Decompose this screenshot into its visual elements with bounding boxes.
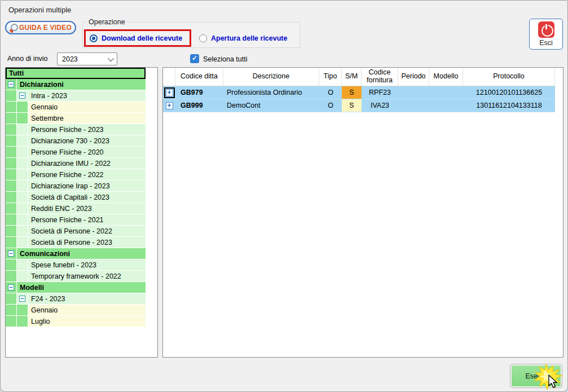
tree-item[interactable]: Luglio: [6, 316, 146, 327]
tree-item[interactable]: −Comunicazioni: [6, 248, 146, 259]
column-header-tipo[interactable]: Tipo: [319, 68, 342, 86]
tree-root-tutti[interactable]: Tutti: [6, 68, 146, 79]
tree-item[interactable]: Settembre: [6, 113, 146, 124]
tree-item[interactable]: Società di Capitali - 2023: [6, 192, 146, 203]
anno-di-invio-value: 2023: [62, 55, 78, 63]
power-exit-icon: [538, 21, 554, 38]
tree-item[interactable]: Persone Fisiche - 2020: [6, 147, 146, 158]
radio-apertura-label: Apertura delle ricevute: [211, 34, 287, 42]
collapse-minus-icon[interactable]: −: [19, 93, 25, 99]
receipts-table-panel: Codice dittaDescrizioneTipoS/MCodice for…: [162, 67, 563, 358]
seleziona-tutti-label: Seleziona tutti: [203, 55, 248, 63]
table-body: +GB979Professionista OrdinarioOSRPF23121…: [163, 86, 563, 112]
column-header-descrizione[interactable]: Descrizione: [223, 68, 319, 86]
expand-plus-icon[interactable]: +: [166, 102, 173, 109]
focused-expander: +: [164, 87, 175, 98]
expand-plus-icon[interactable]: +: [166, 89, 173, 96]
esci-button[interactable]: Esci: [529, 19, 563, 50]
esegui-label: Esegui: [525, 372, 547, 380]
guida-e-video-button[interactable]: GUIDA E VIDEO: [5, 21, 76, 34]
collapse-minus-icon[interactable]: −: [8, 284, 14, 290]
table-row[interactable]: +GB999DemoContOSIVA2313011612104133118: [163, 99, 555, 112]
column-header-codice-fornitura[interactable]: Codice fornitura: [362, 68, 398, 86]
column-header-s-m[interactable]: S/M: [342, 68, 362, 86]
tree-item[interactable]: Redditi ENC - 2023: [6, 203, 146, 214]
tree-body: −Dichiarazioni−Intra - 2023GennaioSettem…: [6, 79, 157, 327]
magnifier-icon: [10, 24, 18, 32]
anno-di-invio-label: Anno di invio: [7, 55, 48, 63]
column-header-modello[interactable]: Modello: [429, 68, 463, 86]
column-header-codice-ditta[interactable]: Codice ditta: [175, 68, 223, 86]
tree-item[interactable]: −Intra - 2023: [6, 90, 146, 102]
window-title: Operazioni multiple: [8, 6, 71, 14]
column-header-expander[interactable]: [163, 68, 175, 86]
tree-item[interactable]: Persone Fisiche - 2021: [6, 214, 146, 226]
radio-selected-icon: [90, 34, 98, 42]
radio-apertura-ricevute[interactable]: Apertura delle ricevute: [199, 30, 287, 46]
tree-item[interactable]: Società di Persone - 2022: [6, 226, 146, 237]
cursor-icon: [549, 375, 557, 387]
operazioni-multiple-window: Operazioni multiple GUIDA E VIDEO Operaz…: [0, 0, 568, 392]
radio-download-label: Download delle ricevute: [102, 34, 182, 42]
radio-unselected-icon: [199, 34, 207, 42]
operazione-group-label: Operazione: [86, 18, 127, 26]
operazione-groupbox: Operazione Download delle ricevute Apert…: [82, 22, 300, 48]
collapse-minus-icon[interactable]: −: [19, 296, 25, 302]
tree-item[interactable]: Gennaio: [6, 305, 146, 316]
tree-item[interactable]: Persone Fisiche - 2022: [6, 169, 146, 180]
tree-item[interactable]: Gennaio: [6, 102, 146, 113]
tree-item[interactable]: −F24 - 2023: [6, 293, 146, 305]
table-row[interactable]: +GB979Professionista OrdinarioOSRPF23121…: [163, 86, 555, 99]
tree-item[interactable]: Dichiarazione IMU - 2022: [6, 158, 146, 169]
tree-item[interactable]: Temporary framework - 2022: [6, 271, 146, 282]
tree-item[interactable]: −Dichiarazioni: [6, 79, 146, 90]
column-header-periodo[interactable]: Periodo: [398, 68, 429, 86]
guida-e-video-label: GUIDA E VIDEO: [19, 24, 72, 32]
tree-panel: Tutti −Dichiarazioni−Intra - 2023Gennaio…: [5, 67, 158, 358]
collapse-minus-icon[interactable]: −: [8, 250, 14, 257]
chevron-down-icon: [108, 55, 114, 61]
tree-item[interactable]: Dichiarazione Irap - 2023: [6, 180, 146, 192]
tree-item[interactable]: Dichiarazione 730 - 2023: [6, 135, 146, 147]
tree-item[interactable]: Persone Fisiche - 2023: [6, 124, 146, 135]
tree-item[interactable]: −Modelli: [6, 282, 146, 293]
collapse-minus-icon[interactable]: −: [8, 81, 14, 87]
tree-item[interactable]: Società di Persone - 2023: [6, 237, 146, 248]
esegui-button[interactable]: Esegui: [510, 364, 562, 388]
column-header-protocollo[interactable]: Protocollo: [463, 68, 555, 86]
tree-item[interactable]: Spese funebri - 2023: [6, 259, 146, 271]
table-header-row: Codice dittaDescrizioneTipoS/MCodice for…: [163, 68, 555, 86]
esci-label: Esci: [539, 39, 553, 47]
seleziona-tutti-checkbox[interactable]: ✓: [190, 54, 199, 63]
radio-download-ricevute[interactable]: Download delle ricevute: [90, 30, 182, 46]
anno-di-invio-dropdown[interactable]: 2023: [57, 52, 117, 65]
